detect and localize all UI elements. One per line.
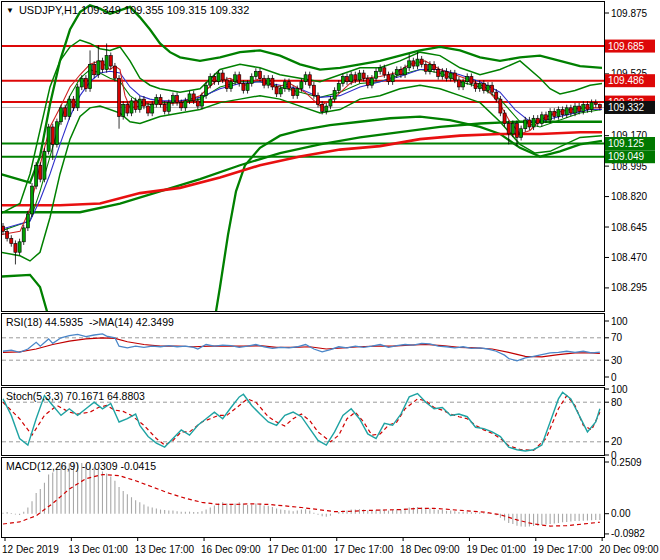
price-axis: 109.875109.525109.170108.995108.820108.6… bbox=[604, 8, 655, 294]
bear-candle-body bbox=[213, 77, 216, 82]
bull-candle-body bbox=[76, 87, 79, 108]
bear-candle-body bbox=[420, 59, 423, 64]
bull-candle-body bbox=[486, 85, 489, 90]
time-axis-label: 13 Dec 17:00 bbox=[135, 544, 195, 555]
price-axis-label: 109.875 bbox=[611, 8, 648, 19]
bear-candle-body bbox=[180, 103, 183, 108]
price-badge-label: 109.332 bbox=[608, 102, 645, 113]
bear-candle-body bbox=[109, 56, 112, 66]
bear-candle-body bbox=[221, 73, 224, 80]
bear-candle-body bbox=[507, 123, 510, 133]
bear-candle-body bbox=[553, 111, 556, 116]
bear-candle-body bbox=[470, 77, 473, 84]
bull-candle-body bbox=[341, 77, 344, 84]
bear-candle-body bbox=[578, 106, 581, 111]
bull-candle-body bbox=[370, 78, 373, 85]
bull-candle-body bbox=[565, 108, 568, 115]
bull-candle-body bbox=[130, 101, 133, 113]
bear-candle-body bbox=[453, 73, 456, 80]
bull-candle-body bbox=[416, 59, 419, 66]
bull-candle-body bbox=[188, 94, 191, 101]
bear-candle-body bbox=[354, 75, 357, 80]
bear-candle-body bbox=[598, 105, 601, 108]
symbol-dropdown-icon[interactable]: ▼ bbox=[6, 6, 14, 15]
bull-candle-body bbox=[246, 83, 249, 90]
rsi-panel[interactable] bbox=[2, 334, 604, 361]
stochastic-indicator-label: Stoch(5,3,3) 70.1671 64.8803 bbox=[6, 390, 145, 402]
bear-candle-body bbox=[457, 80, 460, 87]
bear-candle-body bbox=[134, 101, 137, 110]
bull-candle-body bbox=[466, 77, 469, 82]
macd-signal-line bbox=[3, 475, 600, 527]
bull-candle-body bbox=[105, 56, 108, 70]
chart-title: ▼USDJPY,H1 109.349 109.355 109.315 109.3… bbox=[6, 4, 249, 16]
bear-candle-body bbox=[196, 101, 199, 106]
bear-candle-body bbox=[142, 99, 145, 106]
bear-candle-body bbox=[118, 78, 121, 116]
trading-chart-window: ▼USDJPY,H1 109.349 109.355 109.315 109.3… bbox=[0, 0, 660, 560]
bear-candle-body bbox=[503, 113, 506, 123]
bull-candle-body bbox=[557, 110, 560, 117]
bear-candle-body bbox=[586, 104, 589, 109]
bear-candle-body bbox=[275, 87, 278, 94]
bull-candle-body bbox=[97, 61, 100, 75]
bear-candle-body bbox=[437, 70, 440, 77]
bear-candle-body bbox=[399, 70, 402, 75]
bull-candle-body bbox=[350, 75, 353, 82]
bear-candle-body bbox=[383, 68, 386, 75]
time-axis-label: 17 Dec 01:00 bbox=[267, 544, 327, 555]
bull-candle-body bbox=[375, 71, 378, 78]
bull-candle-body bbox=[138, 99, 141, 109]
bear-candle-body bbox=[499, 99, 502, 113]
bull-candle-body bbox=[337, 83, 340, 90]
bear-candle-body bbox=[225, 80, 228, 89]
chart-ohlc-values: 109.349 109.355 109.315 109.332 bbox=[81, 4, 249, 16]
bear-candle-body bbox=[84, 78, 87, 88]
bull-candle-body bbox=[379, 68, 382, 71]
bear-candle-body bbox=[14, 244, 17, 253]
bear-candle-body bbox=[126, 104, 129, 113]
bull-candle-body bbox=[358, 73, 361, 80]
bull-candle-body bbox=[30, 186, 33, 214]
bear-candle-body bbox=[495, 92, 498, 99]
bull-candle-body bbox=[171, 96, 174, 103]
bear-candle-body bbox=[321, 104, 324, 111]
bull-candle-body bbox=[391, 75, 394, 82]
macd-panel[interactable] bbox=[3, 462, 600, 526]
bull-candle-body bbox=[205, 85, 208, 95]
macd-indicator-label: MACD(12,26,9) -0.0309 -0.0415 bbox=[6, 460, 156, 472]
bull-candle-body bbox=[254, 71, 257, 76]
bull-candle-body bbox=[26, 214, 29, 228]
bull-candle-body bbox=[449, 73, 452, 78]
bear-candle-body bbox=[308, 75, 311, 85]
rsi-indicator-label: RSI(18) 44.5935 ->MA(14) 42.3499 bbox=[6, 316, 174, 328]
chart-symbol-timeframe: USDJPY,H1 bbox=[19, 4, 78, 16]
bear-candle-body bbox=[491, 85, 494, 92]
bull-candle-body bbox=[250, 77, 253, 84]
bull-candle-body bbox=[18, 242, 21, 252]
chart-canvas[interactable]: 109.875109.525109.170108.995108.820108.6… bbox=[0, 0, 660, 560]
bull-candle-body bbox=[520, 129, 523, 138]
bull-candle-body bbox=[22, 228, 25, 242]
bull-candle-body bbox=[88, 64, 91, 88]
bear-candle-body bbox=[64, 108, 67, 117]
bull-candle-body bbox=[229, 82, 232, 89]
bull-candle-body bbox=[532, 118, 535, 127]
bear-candle-body bbox=[10, 238, 13, 243]
bear-candle-body bbox=[544, 115, 547, 120]
bear-candle-body bbox=[536, 118, 539, 123]
bull-candle-body bbox=[428, 64, 431, 71]
bull-candle-body bbox=[590, 103, 593, 110]
bull-candle-body bbox=[167, 103, 170, 112]
rsi-axis-label: 0 bbox=[611, 372, 617, 383]
bear-candle-body bbox=[6, 231, 9, 238]
time-axis-label: 19 Dec 17:00 bbox=[533, 544, 593, 555]
bear-candle-body bbox=[292, 89, 295, 96]
price-axis-label: 108.645 bbox=[611, 222, 648, 233]
bear-candle-body bbox=[238, 75, 241, 84]
bear-candle-body bbox=[424, 64, 427, 71]
bull-candle-body bbox=[234, 75, 237, 82]
time-axis-label: 18 Dec 09:00 bbox=[400, 544, 460, 555]
price-badge-label: 109.685 bbox=[608, 41, 645, 52]
bull-candle-body bbox=[462, 82, 465, 87]
